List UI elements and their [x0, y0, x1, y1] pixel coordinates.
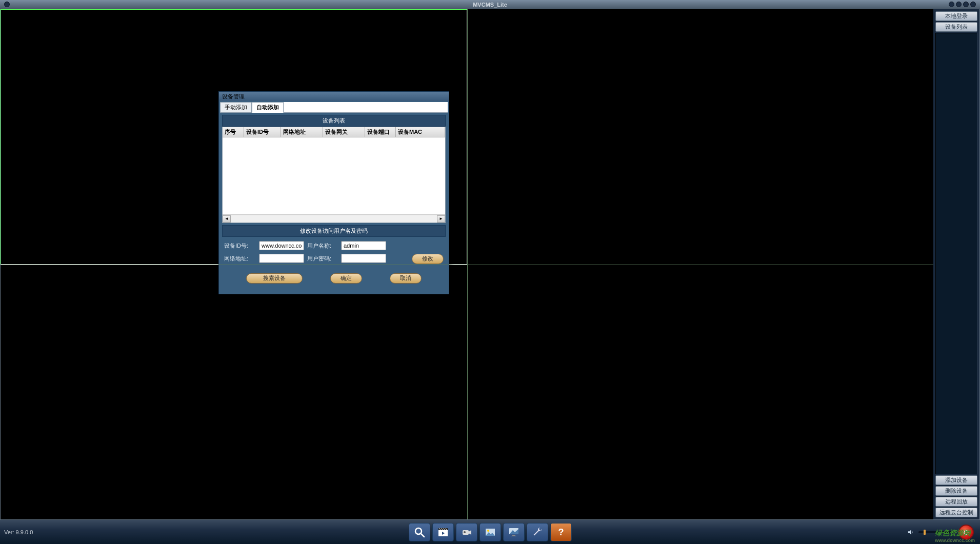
- modify-button[interactable]: 修改: [412, 254, 444, 264]
- svg-rect-5: [463, 530, 469, 535]
- form-section-title: 修改设备访问用户名及密码: [222, 225, 446, 237]
- svg-marker-6: [469, 530, 471, 535]
- titlebar-close-button[interactable]: [970, 2, 976, 7]
- username-label: 用户名称:: [307, 242, 338, 250]
- table-body[interactable]: [223, 137, 445, 214]
- titlebar-circle-left-1[interactable]: [4, 2, 10, 7]
- tab-auto-add[interactable]: 自动添加: [252, 102, 284, 113]
- title-bar: MVCMS_Lite: [0, 0, 980, 9]
- net-addr-input[interactable]: [259, 254, 304, 263]
- question-icon: ?: [555, 526, 567, 538]
- local-login-button[interactable]: 本地登录: [935, 11, 977, 21]
- credentials-form: 设备ID号: 用户名称: 网络地址: 用户密码: 修改: [222, 237, 446, 268]
- device-id-label: 设备ID号:: [224, 242, 256, 250]
- device-list-header: 设备列表: [222, 115, 446, 127]
- tab-content-auto: 设备列表 序号 设备ID号 网络地址 设备网关 设备端口 设备MAC ◄: [220, 113, 448, 293]
- username-input[interactable]: [341, 241, 386, 250]
- monitor-icon: [508, 526, 520, 538]
- svg-line-1: [421, 534, 424, 537]
- password-label: 用户密码:: [307, 255, 338, 263]
- svg-point-7: [464, 531, 466, 533]
- remote-ptz-button[interactable]: 远程云台控制: [935, 508, 977, 517]
- titlebar-maximize-button[interactable]: [963, 2, 969, 7]
- scroll-track[interactable]: [231, 215, 437, 223]
- col-gateway[interactable]: 设备网关: [323, 127, 365, 137]
- col-net-addr[interactable]: 网络地址: [281, 127, 323, 137]
- titlebar-minimize-button[interactable]: [949, 2, 954, 7]
- power-button[interactable]: [958, 525, 974, 540]
- playback-icon-button[interactable]: [432, 523, 454, 541]
- col-device-id[interactable]: 设备ID号: [244, 127, 281, 137]
- image-icon: [484, 526, 496, 538]
- help-icon-button[interactable]: ?: [550, 523, 572, 541]
- delete-device-button[interactable]: 删除设备: [935, 486, 977, 496]
- device-management-dialog: 设备管理 手动添加 自动添加 设备列表 序号 设备ID号 网络地址 设备网关 设…: [218, 91, 449, 294]
- wrench-icon: [531, 526, 544, 538]
- power-icon: [963, 529, 970, 536]
- search-devices-button[interactable]: 搜索设备: [246, 273, 303, 284]
- volume-slider[interactable]: [918, 531, 954, 533]
- device-table: 序号 设备ID号 网络地址 设备网关 设备端口 设备MAC ◄ ►: [222, 127, 446, 223]
- cancel-button[interactable]: 取消: [390, 273, 422, 284]
- svg-text:?: ?: [558, 527, 564, 537]
- right-panel: 本地登录 设备列表 添加设备 删除设备 远程回放 远程云台控制: [933, 9, 979, 519]
- svg-point-10: [487, 530, 489, 532]
- snapshot-icon-button[interactable]: [479, 523, 501, 541]
- password-input[interactable]: [341, 254, 386, 263]
- speaker-icon[interactable]: [907, 529, 914, 536]
- right-panel-top-buttons: 本地登录 设备列表: [933, 9, 979, 32]
- col-mac[interactable]: 设备MAC: [396, 127, 445, 137]
- volume-thumb[interactable]: [924, 530, 926, 535]
- titlebar-right-controls: [949, 2, 976, 7]
- remote-playback-button[interactable]: 远程回放: [935, 497, 977, 507]
- main-container: 设备管理 手动添加 自动添加 设备列表 序号 设备ID号 网络地址 设备网关 设…: [0, 9, 980, 519]
- right-panel-content[interactable]: [935, 33, 977, 474]
- bottom-toolbar: ?: [409, 523, 572, 541]
- scroll-right-button[interactable]: ►: [437, 215, 445, 223]
- table-horizontal-scrollbar[interactable]: ◄ ►: [223, 214, 445, 223]
- bottom-right-controls: [907, 525, 974, 540]
- clapperboard-icon: [437, 526, 449, 538]
- dialog-title: 设备管理: [219, 92, 449, 101]
- titlebar-restore-button[interactable]: [956, 2, 962, 7]
- device-id-input[interactable]: [259, 241, 304, 250]
- dialog-body: 手动添加 自动添加 设备列表 序号 设备ID号 网络地址 设备网关 设备端口 设…: [219, 101, 449, 294]
- tab-manual-add[interactable]: 手动添加: [220, 102, 252, 112]
- video-grid: 设备管理 手动添加 自动添加 设备列表 序号 设备ID号 网络地址 设备网关 设…: [1, 9, 933, 519]
- settings-icon-button[interactable]: [527, 523, 548, 541]
- monitor-icon-button[interactable]: [503, 523, 525, 541]
- svg-marker-16: [908, 530, 911, 534]
- col-seq[interactable]: 序号: [223, 127, 244, 137]
- dialog-tabs: 手动添加 自动添加: [220, 102, 448, 113]
- titlebar-left-controls: [4, 2, 10, 7]
- camcorder-icon: [461, 526, 473, 538]
- net-addr-label: 网络地址:: [224, 255, 256, 263]
- record-icon-button[interactable]: [456, 523, 477, 541]
- ok-button[interactable]: 确定: [330, 273, 362, 284]
- svg-rect-13: [512, 535, 515, 536]
- col-port[interactable]: 设备端口: [365, 127, 396, 137]
- search-icon: [413, 526, 426, 538]
- scroll-left-button[interactable]: ◄: [223, 215, 231, 223]
- add-device-button[interactable]: 添加设备: [935, 475, 977, 485]
- version-label: Ver: 9.9.0.0: [4, 529, 33, 535]
- device-list-button[interactable]: 设备列表: [935, 22, 977, 32]
- table-column-headers: 序号 设备ID号 网络地址 设备网关 设备端口 设备MAC: [223, 127, 445, 137]
- svg-rect-14: [511, 536, 516, 536]
- search-icon-button[interactable]: [409, 523, 430, 541]
- dialog-button-row: 搜索设备 确定 取消: [222, 268, 446, 291]
- bottom-bar: Ver: 9.9.0.0 ? 绿色资源网: [0, 519, 980, 544]
- right-panel-bottom-buttons: 添加设备 删除设备 远程回放 远程云台控制: [933, 475, 979, 519]
- app-title: MVCMS_Lite: [473, 2, 507, 8]
